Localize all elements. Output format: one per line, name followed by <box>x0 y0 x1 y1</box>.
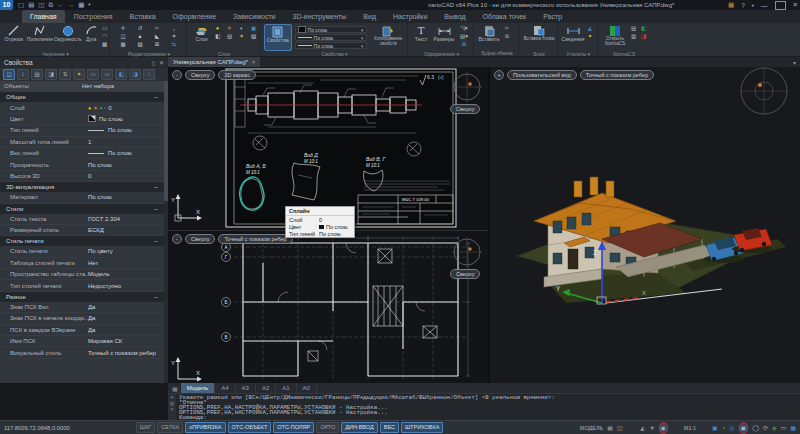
sheet-tab[interactable]: A0 <box>297 383 317 393</box>
sheet-icon[interactable]: ◫ <box>617 423 623 433</box>
fillet-icon[interactable]: ◞ <box>166 25 182 32</box>
layer-plot-icon[interactable]: ▣ <box>248 25 259 32</box>
property-row[interactable]: Пространство таблицы ста...Модель <box>0 269 164 280</box>
save-all-icon[interactable]: ⧉ <box>48 0 53 10</box>
layers-button[interactable]: Слои <box>191 24 212 51</box>
leader-icon[interactable]: ◹▾ <box>457 25 471 32</box>
viewport-minimize-button[interactable]: - <box>172 70 182 80</box>
filter-icon[interactable]: ▤ <box>31 69 43 80</box>
cut-icon[interactable]: ✂ <box>501 25 513 32</box>
status-toggle[interactable]: СЕТКА <box>157 422 183 433</box>
mirror-icon[interactable]: ▲ <box>132 33 148 40</box>
layer-on-icon[interactable]: ● <box>212 25 223 32</box>
table-icon[interactable]: ▤▾ <box>457 33 471 40</box>
paste-button[interactable]: Вставить <box>477 24 501 51</box>
hatch-icon[interactable]: ▦ <box>100 41 109 48</box>
collapse-icon[interactable]: − <box>154 206 158 212</box>
scale-icon[interactable]: ▧ <box>132 41 148 48</box>
property-row[interactable]: Слой●☀▪▫ 0 <box>0 102 164 113</box>
orbit-icon[interactable]: ◯ <box>752 423 759 433</box>
layer-freeze-icon[interactable]: ☀ <box>224 25 235 32</box>
split-view-icon[interactable]: ◧ <box>115 69 127 80</box>
lock-ui-icon[interactable]: ▣ <box>712 423 718 433</box>
normacs-check-icon[interactable]: ◧ <box>639 25 648 32</box>
property-row[interactable]: МатериалПо слою <box>0 192 164 203</box>
viewport-view-button[interactable]: Пользовательский вид <box>507 70 577 80</box>
layer-iso-icon[interactable]: ✦ <box>236 33 247 40</box>
property-row[interactable]: Имя ПСКМировая СК <box>0 336 164 347</box>
chamfer-icon[interactable]: ◣ <box>149 33 165 40</box>
sheet-tab[interactable]: A2 <box>256 383 276 393</box>
property-row[interactable]: Знак ПСК в начале коорди...Да <box>0 313 164 324</box>
section-header[interactable]: Стили− <box>0 204 164 214</box>
array-icon[interactable]: ▦ <box>115 41 131 48</box>
linetype-dropdown[interactable]: По слою▾ <box>295 42 367 49</box>
status-toggle[interactable]: ШТРИХОВКА <box>401 422 443 433</box>
ribbon-tab[interactable]: Оформление <box>165 10 224 23</box>
layer-match-icon[interactable]: ◧ <box>212 33 223 40</box>
open-file-icon[interactable]: ▤ <box>28 0 34 10</box>
viewport-minimize-button[interactable]: - <box>172 234 182 244</box>
property-row[interactable]: Высота 3D0 <box>0 171 164 182</box>
property-row[interactable]: Вес линийПо слою <box>0 148 164 159</box>
copy-val-icon[interactable]: ◨ <box>129 69 141 80</box>
rotate-icon[interactable]: ↺ <box>132 25 148 32</box>
ribbon-tab[interactable]: Настройки <box>385 10 435 23</box>
property-row[interactable]: Размерный стильЕСКД <box>0 225 164 236</box>
ribbon-tab[interactable]: Главная <box>22 10 65 23</box>
lineweight-dropdown[interactable]: По слою▾ <box>295 34 367 41</box>
performance-icon[interactable]: ◈ <box>772 423 777 433</box>
normacs-doc-icon[interactable]: ▤ <box>629 25 638 32</box>
print-icon[interactable]: ▦ <box>78 0 84 10</box>
property-row[interactable]: Масштаб типа линий1 <box>0 137 164 148</box>
sync-icon[interactable]: ⇅ <box>59 69 71 80</box>
sheet-grid-icon[interactable]: ▦ <box>172 385 178 392</box>
clean-screen-icon[interactable]: ▣ <box>739 422 749 434</box>
status-toggle[interactable]: ШАГ <box>136 422 156 433</box>
ribbon-collapse-icon[interactable]: ▾ <box>793 59 796 66</box>
ribbon-tab[interactable]: Зависимости <box>225 10 283 23</box>
section-header[interactable]: 3D-визуализация− <box>0 182 164 192</box>
offset-icon[interactable]: ⇆ <box>166 41 182 48</box>
status-toggle[interactable]: ДИН-ВВОД <box>341 422 378 433</box>
copy-clip-icon[interactable]: ⧉ <box>501 33 513 40</box>
normacs-mark-icon[interactable]: ◨ <box>639 33 648 40</box>
ribbon-tab[interactable]: Облака точек <box>475 10 535 23</box>
sheet-tab[interactable]: A4 <box>215 383 235 393</box>
quick-select-icon[interactable]: 1 <box>17 69 29 80</box>
model-space-label[interactable]: МОДЕЛЬ <box>580 425 603 431</box>
ribbon-tab[interactable]: Растр <box>535 10 570 23</box>
document-tab[interactable]: Универсальная САПР.dwg* × <box>168 57 260 67</box>
copy-icon[interactable]: ◫ <box>115 33 131 40</box>
app-logo[interactable]: 10 <box>0 0 13 10</box>
rectangle-icon[interactable]: ▭ <box>100 25 109 32</box>
annotation-scale-icon[interactable]: ▤ <box>607 423 613 433</box>
status-toggle[interactable]: ОТС-ОБЪЕКТ <box>228 422 272 433</box>
layer-merge-icon[interactable]: ▨ <box>248 33 259 40</box>
zoom-icon[interactable]: ◎ <box>729 423 734 433</box>
redo-icon[interactable]: → <box>68 0 75 10</box>
ribbon-tab[interactable]: Вставка <box>122 10 164 23</box>
ellipse-icon[interactable]: ◠ <box>100 33 109 40</box>
property-row[interactable]: Стиль печатиПо цвету <box>0 246 164 257</box>
compass-view-pill[interactable]: Сверху <box>450 104 480 114</box>
circle-button[interactable]: Окружность <box>54 24 83 51</box>
ribbon-tab[interactable]: Построения <box>66 10 121 23</box>
property-row[interactable]: ПСК в каждом ВЭкранеДа <box>0 325 164 336</box>
navigation-compass[interactable] <box>734 67 794 123</box>
viewport-style-button[interactable]: Точный с показом ребер <box>580 70 654 80</box>
maximize-button[interactable] <box>775 1 786 10</box>
stretch-icon[interactable]: ⊞ <box>149 41 165 48</box>
color-dropdown[interactable]: По слою▾ <box>295 26 367 33</box>
sheet-tab[interactable]: A3 <box>236 383 256 393</box>
collapse-icon[interactable]: − <box>154 294 158 300</box>
help-button[interactable]: ? <box>741 2 745 9</box>
measure-button[interactable]: Сведения <box>561 24 585 51</box>
section-header[interactable]: Стиль печати− <box>0 236 164 246</box>
navigation-compass[interactable] <box>450 235 484 269</box>
line-button[interactable]: Отрезок <box>2 24 26 51</box>
property-row[interactable]: Стиль текстаГОСТ 2.304 <box>0 214 164 225</box>
polyline-button[interactable]: Полилиния <box>26 24 54 51</box>
save-icon[interactable]: ◫ <box>38 0 44 10</box>
normacs-list-icon[interactable]: ▥ <box>629 33 638 40</box>
